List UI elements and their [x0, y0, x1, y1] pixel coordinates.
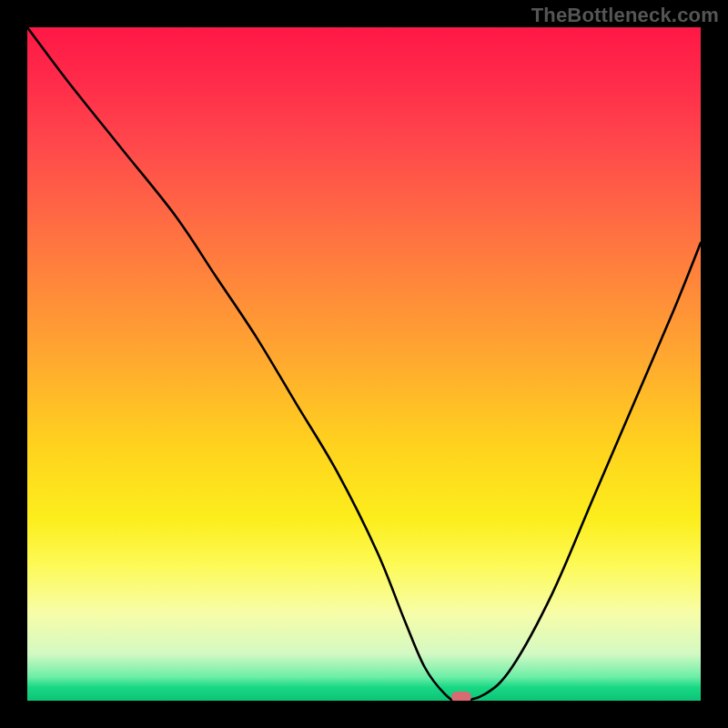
plot-area — [27, 27, 701, 701]
bottleneck-curve — [27, 27, 701, 701]
watermark-text: TheBottleneck.com — [531, 4, 719, 27]
chart-frame: TheBottleneck.com — [0, 0, 728, 728]
optimal-marker — [451, 692, 471, 701]
